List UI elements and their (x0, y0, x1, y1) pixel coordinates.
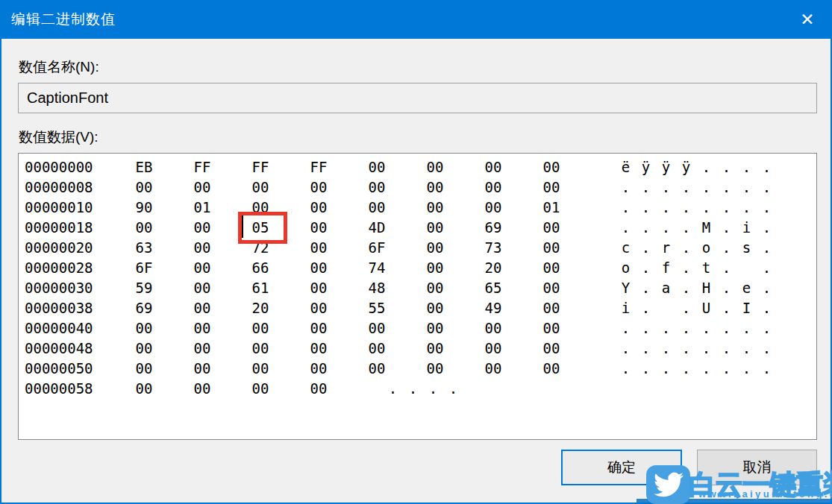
ascii-cell: c (616, 239, 636, 256)
hex-byte-cell: 00 (522, 239, 581, 256)
ascii-cell: r (656, 239, 676, 256)
hex-byte-cell: 20 (231, 300, 290, 316)
ascii-cell: . (757, 159, 777, 175)
hex-byte-cell: 00 (173, 239, 231, 256)
hex-byte-cell: 00 (464, 340, 522, 356)
close-icon[interactable]: ✕ (784, 0, 831, 39)
hex-byte-cell: 00 (464, 199, 522, 215)
offset-cell: 00000000 (19, 159, 115, 175)
ascii-cell: . (403, 380, 423, 397)
ascii-cell: . (636, 219, 656, 236)
ascii-cell: . (736, 199, 757, 215)
hex-byte-cell: 00 (464, 320, 522, 336)
hex-byte-cell: 00 (464, 360, 522, 377)
hex-byte-cell: 00 (231, 320, 290, 336)
hex-byte-cell: 00 (522, 340, 581, 356)
ascii-cell: . (696, 179, 716, 195)
ascii-cell: . (656, 340, 676, 356)
ascii-cell: . (616, 320, 636, 336)
ascii-cell: . (676, 360, 696, 377)
ascii-cell: . (716, 280, 736, 296)
hex-byte-cell: 00 (290, 239, 348, 256)
hex-byte-cell: 00 (231, 179, 290, 195)
hex-byte-cell: 00 (115, 380, 173, 397)
value-data-label: 数值数据(V): (19, 127, 98, 147)
hex-byte-cell: 00 (290, 340, 348, 356)
ascii-cell: . (656, 320, 676, 336)
ascii-cell (656, 300, 676, 316)
ascii-cell: . (676, 340, 696, 356)
hex-row: 000000480000000000000000........ (19, 338, 816, 358)
hex-byte-cell: 00 (173, 340, 231, 356)
ascii-cell: . (616, 179, 636, 195)
hex-row: 00000018000005004D006900....M.i. (19, 217, 816, 237)
hex-byte-cell: 00 (406, 340, 464, 356)
ascii-cell: f (656, 259, 676, 276)
hex-byte-cell: 00 (406, 360, 464, 377)
hex-byte-cell: FF (290, 159, 348, 175)
value-name-text: CaptionFont (27, 89, 108, 107)
ascii-cell: o (616, 259, 636, 276)
hex-byte-cell: 00 (115, 360, 173, 377)
hex-byte-cell: 00 (173, 280, 231, 296)
hex-byte-cell: 00 (173, 259, 231, 276)
hex-byte-cell: 00 (348, 179, 406, 195)
hex-byte-cell: 6F (348, 239, 406, 256)
hex-byte-cell: 00 (406, 179, 464, 195)
ok-button-label: 确定 (607, 458, 636, 477)
hex-byte-cell: 00 (115, 320, 173, 336)
ascii-cell: . (676, 280, 696, 296)
ascii-cell: . (676, 219, 696, 236)
hex-byte-cell: 00 (290, 380, 348, 397)
ascii-cell: . (696, 320, 716, 336)
ascii-cell: . (716, 159, 736, 175)
hex-byte-cell: 63 (115, 239, 173, 256)
hex-byte-cell: 00 (115, 219, 173, 236)
hex-byte-cell: 00 (290, 280, 348, 296)
ascii-cell: . (636, 320, 656, 336)
hex-row: 000000286F00660074002000o.f.t. . (19, 257, 816, 277)
ascii-cell: . (757, 300, 777, 316)
value-name-field[interactable]: CaptionFont (18, 83, 817, 113)
hex-byte-cell: 00 (464, 179, 522, 195)
ascii-cell: . (616, 199, 636, 215)
ascii-cell: . (423, 380, 443, 397)
titlebar[interactable]: 编辑二进制数值 ✕ (1, 0, 831, 39)
hex-byte-cell: 00 (522, 219, 581, 236)
ascii-cell: i (616, 300, 636, 316)
hex-byte-cell: 00 (522, 320, 581, 336)
hex-byte-cell: 00 (406, 320, 464, 336)
ascii-cell: . (443, 380, 463, 397)
ascii-cell: . (676, 239, 696, 256)
offset-cell: 00000010 (19, 199, 115, 215)
cancel-button[interactable]: 取消 (697, 450, 817, 485)
hex-byte-cell: 00 (231, 199, 290, 215)
ascii-cell: s (736, 239, 757, 256)
hex-row: 000000080000000000000000........ (19, 177, 816, 197)
ascii-cell: U (696, 300, 716, 316)
offset-cell: 00000008 (19, 179, 115, 195)
hex-byte-cell: 55 (348, 300, 406, 316)
ascii-cell: . (616, 340, 636, 356)
hex-byte-cell: FF (173, 159, 231, 175)
edit-binary-value-dialog: 编辑二进制数值 ✕ 数值名称(N): CaptionFont 数值数据(V): … (0, 0, 832, 504)
ascii-cell: e (736, 280, 757, 296)
hex-byte-cell: 00 (522, 360, 581, 377)
hex-byte-cell: 00 (115, 179, 173, 195)
hex-editor[interactable]: 00000000EBFFFFFF00000000ëÿÿÿ....00000008… (18, 153, 817, 440)
ascii-cell: H (696, 280, 716, 296)
watermark-url-text: www.baiyunxitong.com (698, 488, 832, 500)
hex-byte-cell: 00 (231, 340, 290, 356)
ascii-cell: . (736, 159, 757, 175)
hex-byte-cell: 00 (522, 179, 581, 195)
offset-cell: 00000058 (19, 380, 115, 397)
ascii-cell: . (716, 259, 736, 276)
hex-byte-cell: 00 (522, 300, 581, 316)
ascii-cell: ÿ (676, 159, 696, 175)
hex-byte-cell: 00 (348, 199, 406, 215)
twitter-bird-glyph (654, 470, 684, 500)
ascii-cell: . (696, 360, 716, 377)
hex-byte-cell: 00 (522, 159, 581, 175)
hex-byte-cell: 00 (115, 340, 173, 356)
offset-cell: 00000050 (19, 360, 115, 377)
